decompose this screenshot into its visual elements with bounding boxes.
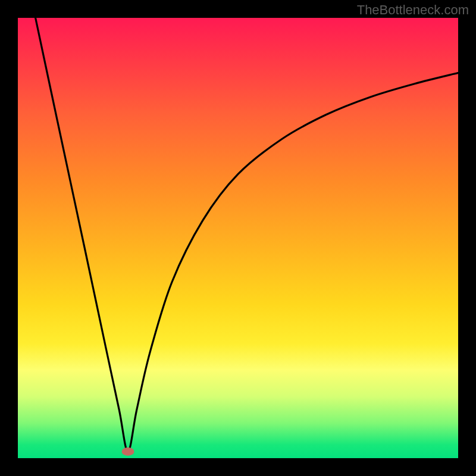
chart-frame: TheBottleneck.com [0, 0, 476, 476]
bottleneck-curve [36, 18, 458, 452]
watermark-text: TheBottleneck.com [357, 2, 469, 18]
curve-svg [18, 18, 458, 458]
minimum-marker [122, 447, 134, 456]
plot-area [18, 18, 458, 458]
